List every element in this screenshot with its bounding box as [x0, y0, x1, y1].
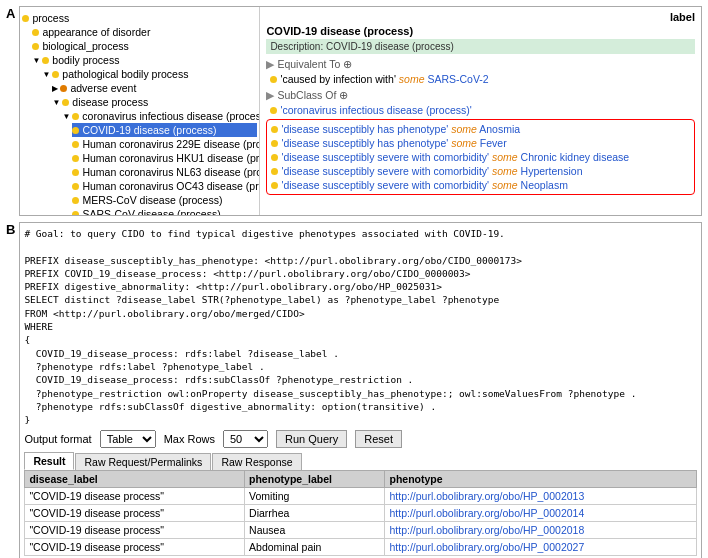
phenotype-link[interactable]: http://purl.obolibrary.org/obo/HP_000201… — [389, 490, 584, 502]
tree-item[interactable]: ▼ coronavirus infectious disease (proces… — [62, 109, 257, 123]
info-description: Description: COVID-19 disease (process) — [266, 39, 695, 54]
expand-icon: ▼ — [32, 56, 40, 65]
cell-phenotype[interactable]: http://purl.obolibrary.org/obo/HP_000201… — [385, 505, 697, 522]
query-toolbar: Output format Table List JSON Max Rows 5… — [24, 430, 697, 448]
max-rows-label: Max Rows — [164, 433, 215, 445]
tree-item[interactable]: appearance of disorder — [32, 25, 257, 39]
table-row: "COVID-19 disease process" Nausea http:/… — [25, 522, 697, 539]
arrow-icon: ▶ — [266, 58, 274, 70]
tree-item-label: bodily process — [52, 54, 119, 66]
label-heading: label — [670, 11, 695, 23]
results-table: disease_label phenotype_label phenotype … — [24, 470, 697, 556]
ontology-tree: process appearance of disorder biologica… — [20, 7, 260, 215]
subclass-item: 'disease susceptibly has phenotype' some… — [271, 122, 694, 136]
sparql-query[interactable]: # Goal: to query CIDO to find typical di… — [24, 227, 697, 426]
cell-phenotype-label: Nausea — [245, 522, 385, 539]
table-row: "COVID-19 disease process" Abdominal pai… — [25, 539, 697, 556]
section-a-label: A — [6, 6, 15, 21]
expand-icon: ▼ — [62, 112, 70, 121]
subclass-text: 'coronavirus infectious disease (process… — [280, 104, 471, 116]
tree-item-label: biological_process — [42, 40, 128, 52]
tree-item-label: pathological bodily process — [62, 68, 188, 80]
equivalent-item: 'caused by infection with' some SARS-CoV… — [270, 72, 695, 86]
tree-item-label: disease process — [72, 96, 148, 108]
subclass-item: 'coronavirus infectious disease (process… — [270, 103, 695, 117]
expand-icon: ▼ — [42, 70, 50, 79]
expand-icon: ▼ — [52, 98, 60, 107]
expand-icon: ▶ — [52, 84, 58, 93]
phenotype-link[interactable]: http://purl.obolibrary.org/obo/HP_000201… — [389, 507, 584, 519]
tree-item-label: process — [32, 12, 69, 24]
results-tabs: Result Raw Request/Permalinks Raw Respon… — [24, 452, 697, 470]
subclass-item: 'disease susceptibly has phenotype' some… — [271, 136, 694, 150]
subclass-item: 'disease susceptibly severe with comorbi… — [271, 178, 694, 192]
run-query-button[interactable]: Run Query — [276, 430, 347, 448]
cell-disease-label: "COVID-19 disease process" — [25, 505, 245, 522]
col-header-phenotype: phenotype — [385, 471, 697, 488]
cell-phenotype-label: Vomiting — [245, 488, 385, 505]
circled-phenotype-group: 'disease susceptibly has phenotype' some… — [266, 119, 695, 195]
cell-disease-label: "COVID-19 disease process" — [25, 539, 245, 556]
table-row: "COVID-19 disease process" Diarrhea http… — [25, 505, 697, 522]
cell-phenotype-label: Abdominal pain — [245, 539, 385, 556]
tab-raw-request[interactable]: Raw Request/Permalinks — [75, 453, 211, 470]
subclass-item: 'disease susceptibly severe with comorbi… — [271, 150, 694, 164]
tree-item-label: COVID-19 disease (process) — [82, 124, 216, 136]
col-header-disease-label: disease_label — [25, 471, 245, 488]
info-panel: label COVID-19 disease (process) Descrip… — [260, 7, 701, 215]
equivalent-header: ▶ Equivalent To ⊕ — [266, 58, 695, 70]
output-format-select[interactable]: Table List JSON — [100, 430, 156, 448]
tree-item[interactable]: ▶ adverse event — [52, 81, 257, 95]
col-header-phenotype-label: phenotype_label — [245, 471, 385, 488]
tree-item-label: SARS-CoV disease (process) — [82, 208, 220, 215]
tree-item-label: MERS-CoV disease (process) — [82, 194, 222, 206]
tree-item-label: Human coronavirus 229E disease (process) — [82, 138, 260, 150]
info-title: COVID-19 disease (process) — [266, 25, 695, 37]
tree-item[interactable]: Human coronavirus HKU1 disease (process) — [72, 151, 257, 165]
tree-item-label: Human coronavirus OC43 disease (process) — [82, 180, 260, 192]
cell-phenotype[interactable]: http://purl.obolibrary.org/obo/HP_000201… — [385, 522, 697, 539]
tab-result[interactable]: Result — [24, 452, 74, 470]
reset-button[interactable]: Reset — [355, 430, 402, 448]
tree-item[interactable]: SARS-CoV disease (process) — [72, 207, 257, 215]
tree-item-label: Human coronavirus NL63 disease (process) — [82, 166, 260, 178]
tree-item[interactable]: biological_process — [32, 39, 257, 53]
tab-raw-response[interactable]: Raw Response — [212, 453, 301, 470]
output-format-label: Output format — [24, 433, 91, 445]
tree-item-covid19[interactable]: COVID-19 disease (process) — [72, 123, 257, 137]
table-row: "COVID-19 disease process" Vomiting http… — [25, 488, 697, 505]
tree-item-label: appearance of disorder — [42, 26, 150, 38]
section-b-label: B — [6, 222, 15, 237]
arrow-icon: ▶ — [266, 89, 274, 101]
tree-item[interactable]: ▼ bodily process — [32, 53, 257, 67]
equivalent-text: 'caused by infection with' some SARS-CoV… — [280, 73, 488, 85]
cell-phenotype[interactable]: http://purl.obolibrary.org/obo/HP_000202… — [385, 539, 697, 556]
phenotype-link[interactable]: http://purl.obolibrary.org/obo/HP_000202… — [389, 541, 584, 553]
tree-item[interactable]: ▼ disease process — [52, 95, 257, 109]
cell-phenotype-label: Diarrhea — [245, 505, 385, 522]
subclass-item: 'disease susceptibly severe with comorbi… — [271, 164, 694, 178]
phenotype-link[interactable]: http://purl.obolibrary.org/obo/HP_000201… — [389, 524, 584, 536]
tree-item-label: adverse event — [70, 82, 136, 94]
tree-item-label: Human coronavirus HKU1 disease (process) — [82, 152, 260, 164]
tree-item[interactable]: process — [22, 11, 257, 25]
tree-item[interactable]: Human coronavirus 229E disease (process) — [72, 137, 257, 151]
tree-item[interactable]: Human coronavirus NL63 disease (process) — [72, 165, 257, 179]
tree-item[interactable]: MERS-CoV disease (process) — [72, 193, 257, 207]
subclass-header: ▶ SubClass Of ⊕ — [266, 89, 695, 101]
tree-item[interactable]: Human coronavirus OC43 disease (process) — [72, 179, 257, 193]
cell-disease-label: "COVID-19 disease process" — [25, 488, 245, 505]
max-rows-select[interactable]: 50 100 200 — [223, 430, 268, 448]
cell-disease-label: "COVID-19 disease process" — [25, 522, 245, 539]
cell-phenotype[interactable]: http://purl.obolibrary.org/obo/HP_000201… — [385, 488, 697, 505]
tree-item-label: coronavirus infectious disease (process) — [82, 110, 260, 122]
tree-item[interactable]: ▼ pathological bodily process — [42, 67, 257, 81]
